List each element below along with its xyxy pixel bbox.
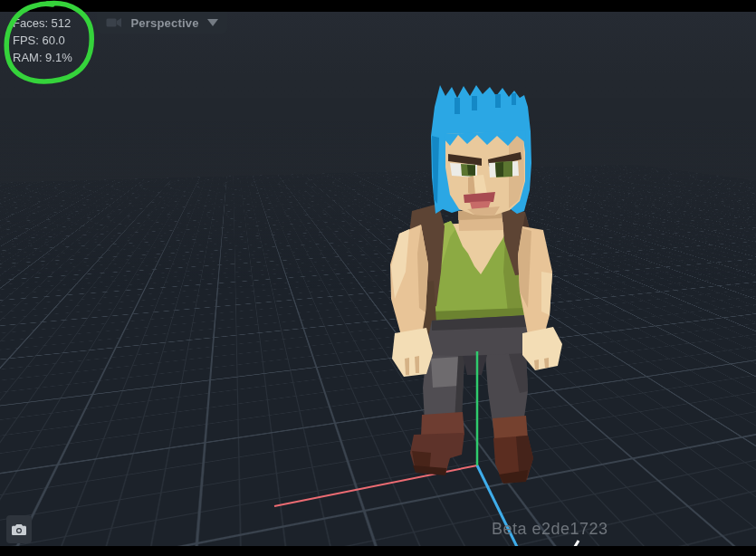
photo-camera-icon — [12, 523, 26, 536]
watermark: Beta e2de1723 — [492, 520, 608, 539]
stat-ram: RAM: 9.1% — [13, 49, 72, 66]
camera-angle-icon — [106, 16, 122, 29]
perspective-label: Perspective — [129, 16, 200, 30]
x-axis-line — [274, 465, 477, 506]
bottom-black-bar — [0, 546, 756, 556]
caret-down-icon — [207, 19, 218, 26]
stat-faces: Faces: 512 — [13, 14, 72, 32]
stats-overlay: Faces: 512 FPS: 60.0 RAM: 9.1% — [13, 14, 72, 66]
hair-streak4 — [512, 93, 516, 105]
pupil-right — [495, 162, 503, 177]
app-window: Perspective Faces: 512 FPS: 60.0 RAM: 9.… — [0, 0, 756, 556]
perspective-dropdown[interactable]: Perspective — [97, 12, 227, 34]
boot-left-cuff — [421, 412, 464, 436]
fist-right — [522, 327, 562, 370]
scene-overlay — [0, 0, 756, 556]
fist-left — [392, 328, 433, 377]
pants-crotch-shade — [463, 355, 487, 375]
pupil-left — [467, 165, 475, 176]
stat-fps: FPS: 60.0 — [13, 32, 72, 49]
hair-streak — [455, 98, 460, 114]
hair-streak3 — [495, 94, 501, 108]
screenshot-button[interactable] — [6, 515, 32, 543]
top-black-bar — [0, 0, 756, 12]
pants-left-patch — [431, 357, 460, 388]
hair-streak2 — [472, 96, 477, 110]
arm-right-highlight — [541, 272, 552, 315]
